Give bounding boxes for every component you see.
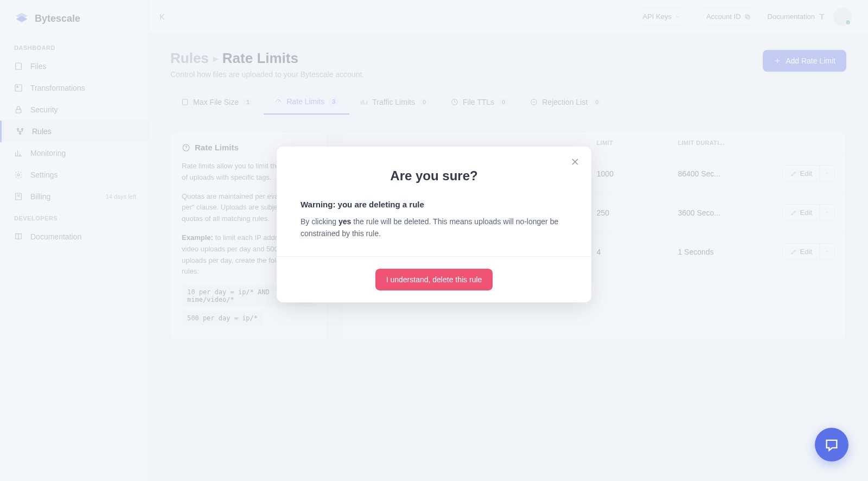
chat-icon [824, 437, 839, 452]
help-bubble[interactable] [815, 428, 848, 461]
modal-title: Are you sure? [301, 168, 567, 183]
modal-text-before: By clicking [301, 217, 339, 226]
confirm-delete-button[interactable]: I understand, delete this rule [375, 269, 493, 290]
modal-heading: Warning: you are deleting a rule [301, 200, 567, 209]
confirm-modal: Are you sure? Warning: you are deleting … [277, 147, 591, 302]
modal-text-yes: yes [339, 217, 351, 226]
modal-text: By clicking yes the rule will be deleted… [301, 216, 567, 240]
modal-overlay[interactable]: Are you sure? Warning: you are deleting … [0, 0, 868, 481]
close-icon[interactable] [570, 156, 580, 167]
